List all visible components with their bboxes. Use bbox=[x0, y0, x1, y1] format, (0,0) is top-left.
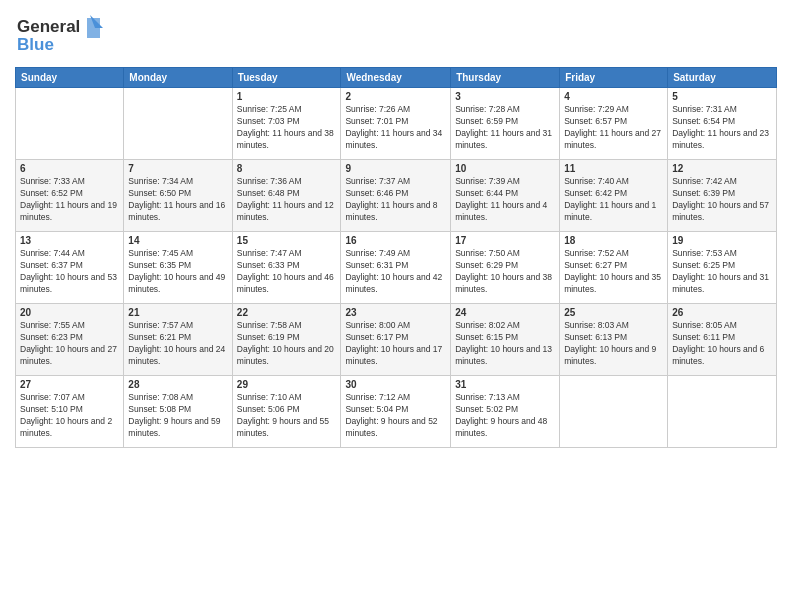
day-header-friday: Friday bbox=[560, 68, 668, 88]
day-info: Sunrise: 7:34 AM Sunset: 6:50 PM Dayligh… bbox=[128, 176, 227, 224]
calendar-cell: 2Sunrise: 7:26 AM Sunset: 7:01 PM Daylig… bbox=[341, 88, 451, 160]
day-number: 5 bbox=[672, 91, 772, 102]
calendar-cell: 20Sunrise: 7:55 AM Sunset: 6:23 PM Dayli… bbox=[16, 304, 124, 376]
day-info: Sunrise: 7:31 AM Sunset: 6:54 PM Dayligh… bbox=[672, 104, 772, 152]
calendar-cell: 8Sunrise: 7:36 AM Sunset: 6:48 PM Daylig… bbox=[232, 160, 341, 232]
week-row-4: 20Sunrise: 7:55 AM Sunset: 6:23 PM Dayli… bbox=[16, 304, 777, 376]
calendar-cell: 12Sunrise: 7:42 AM Sunset: 6:39 PM Dayli… bbox=[668, 160, 777, 232]
day-info: Sunrise: 7:39 AM Sunset: 6:44 PM Dayligh… bbox=[455, 176, 555, 224]
day-number: 17 bbox=[455, 235, 555, 246]
day-number: 23 bbox=[345, 307, 446, 318]
day-info: Sunrise: 7:36 AM Sunset: 6:48 PM Dayligh… bbox=[237, 176, 337, 224]
day-info: Sunrise: 7:37 AM Sunset: 6:46 PM Dayligh… bbox=[345, 176, 446, 224]
day-number: 11 bbox=[564, 163, 663, 174]
day-number: 29 bbox=[237, 379, 337, 390]
calendar-cell: 16Sunrise: 7:49 AM Sunset: 6:31 PM Dayli… bbox=[341, 232, 451, 304]
calendar-cell: 13Sunrise: 7:44 AM Sunset: 6:37 PM Dayli… bbox=[16, 232, 124, 304]
day-info: Sunrise: 7:58 AM Sunset: 6:19 PM Dayligh… bbox=[237, 320, 337, 368]
day-info: Sunrise: 7:07 AM Sunset: 5:10 PM Dayligh… bbox=[20, 392, 119, 440]
day-number: 31 bbox=[455, 379, 555, 390]
day-number: 26 bbox=[672, 307, 772, 318]
calendar-cell: 9Sunrise: 7:37 AM Sunset: 6:46 PM Daylig… bbox=[341, 160, 451, 232]
calendar-cell: 26Sunrise: 8:05 AM Sunset: 6:11 PM Dayli… bbox=[668, 304, 777, 376]
day-info: Sunrise: 8:05 AM Sunset: 6:11 PM Dayligh… bbox=[672, 320, 772, 368]
calendar-cell: 22Sunrise: 7:58 AM Sunset: 6:19 PM Dayli… bbox=[232, 304, 341, 376]
day-info: Sunrise: 7:33 AM Sunset: 6:52 PM Dayligh… bbox=[20, 176, 119, 224]
day-header-wednesday: Wednesday bbox=[341, 68, 451, 88]
calendar-cell: 24Sunrise: 8:02 AM Sunset: 6:15 PM Dayli… bbox=[451, 304, 560, 376]
calendar-cell: 30Sunrise: 7:12 AM Sunset: 5:04 PM Dayli… bbox=[341, 376, 451, 448]
calendar-cell: 3Sunrise: 7:28 AM Sunset: 6:59 PM Daylig… bbox=[451, 88, 560, 160]
day-info: Sunrise: 7:13 AM Sunset: 5:02 PM Dayligh… bbox=[455, 392, 555, 440]
day-info: Sunrise: 7:08 AM Sunset: 5:08 PM Dayligh… bbox=[128, 392, 227, 440]
day-info: Sunrise: 8:00 AM Sunset: 6:17 PM Dayligh… bbox=[345, 320, 446, 368]
header-row: SundayMondayTuesdayWednesdayThursdayFrid… bbox=[16, 68, 777, 88]
day-number: 22 bbox=[237, 307, 337, 318]
day-info: Sunrise: 8:03 AM Sunset: 6:13 PM Dayligh… bbox=[564, 320, 663, 368]
day-info: Sunrise: 7:45 AM Sunset: 6:35 PM Dayligh… bbox=[128, 248, 227, 296]
day-number: 4 bbox=[564, 91, 663, 102]
calendar-cell: 25Sunrise: 8:03 AM Sunset: 6:13 PM Dayli… bbox=[560, 304, 668, 376]
calendar-cell: 1Sunrise: 7:25 AM Sunset: 7:03 PM Daylig… bbox=[232, 88, 341, 160]
calendar-table: SundayMondayTuesdayWednesdayThursdayFrid… bbox=[15, 67, 777, 448]
calendar-cell: 4Sunrise: 7:29 AM Sunset: 6:57 PM Daylig… bbox=[560, 88, 668, 160]
calendar-cell: 18Sunrise: 7:52 AM Sunset: 6:27 PM Dayli… bbox=[560, 232, 668, 304]
calendar-cell: 27Sunrise: 7:07 AM Sunset: 5:10 PM Dayli… bbox=[16, 376, 124, 448]
calendar-cell: 17Sunrise: 7:50 AM Sunset: 6:29 PM Dayli… bbox=[451, 232, 560, 304]
logo: General Blue bbox=[15, 10, 110, 59]
calendar-cell: 7Sunrise: 7:34 AM Sunset: 6:50 PM Daylig… bbox=[124, 160, 232, 232]
svg-text:General: General bbox=[17, 17, 80, 36]
day-info: Sunrise: 7:10 AM Sunset: 5:06 PM Dayligh… bbox=[237, 392, 337, 440]
header: General Blue bbox=[15, 10, 777, 59]
day-info: Sunrise: 7:28 AM Sunset: 6:59 PM Dayligh… bbox=[455, 104, 555, 152]
day-number: 18 bbox=[564, 235, 663, 246]
week-row-2: 6Sunrise: 7:33 AM Sunset: 6:52 PM Daylig… bbox=[16, 160, 777, 232]
day-info: Sunrise: 7:40 AM Sunset: 6:42 PM Dayligh… bbox=[564, 176, 663, 224]
day-info: Sunrise: 7:29 AM Sunset: 6:57 PM Dayligh… bbox=[564, 104, 663, 152]
day-info: Sunrise: 7:12 AM Sunset: 5:04 PM Dayligh… bbox=[345, 392, 446, 440]
day-header-sunday: Sunday bbox=[16, 68, 124, 88]
day-info: Sunrise: 7:53 AM Sunset: 6:25 PM Dayligh… bbox=[672, 248, 772, 296]
day-info: Sunrise: 7:42 AM Sunset: 6:39 PM Dayligh… bbox=[672, 176, 772, 224]
calendar-cell: 15Sunrise: 7:47 AM Sunset: 6:33 PM Dayli… bbox=[232, 232, 341, 304]
day-number: 3 bbox=[455, 91, 555, 102]
calendar-cell: 14Sunrise: 7:45 AM Sunset: 6:35 PM Dayli… bbox=[124, 232, 232, 304]
day-number: 21 bbox=[128, 307, 227, 318]
week-row-1: 1Sunrise: 7:25 AM Sunset: 7:03 PM Daylig… bbox=[16, 88, 777, 160]
day-number: 9 bbox=[345, 163, 446, 174]
day-header-saturday: Saturday bbox=[668, 68, 777, 88]
calendar-cell: 21Sunrise: 7:57 AM Sunset: 6:21 PM Dayli… bbox=[124, 304, 232, 376]
day-info: Sunrise: 7:47 AM Sunset: 6:33 PM Dayligh… bbox=[237, 248, 337, 296]
calendar-cell: 29Sunrise: 7:10 AM Sunset: 5:06 PM Dayli… bbox=[232, 376, 341, 448]
logo-icon: General Blue bbox=[15, 10, 110, 55]
calendar-cell: 11Sunrise: 7:40 AM Sunset: 6:42 PM Dayli… bbox=[560, 160, 668, 232]
calendar-cell: 28Sunrise: 7:08 AM Sunset: 5:08 PM Dayli… bbox=[124, 376, 232, 448]
day-header-tuesday: Tuesday bbox=[232, 68, 341, 88]
day-number: 20 bbox=[20, 307, 119, 318]
calendar-cell: 31Sunrise: 7:13 AM Sunset: 5:02 PM Dayli… bbox=[451, 376, 560, 448]
day-info: Sunrise: 7:57 AM Sunset: 6:21 PM Dayligh… bbox=[128, 320, 227, 368]
day-info: Sunrise: 7:26 AM Sunset: 7:01 PM Dayligh… bbox=[345, 104, 446, 152]
calendar-cell bbox=[124, 88, 232, 160]
calendar-cell bbox=[668, 376, 777, 448]
day-number: 14 bbox=[128, 235, 227, 246]
day-number: 25 bbox=[564, 307, 663, 318]
calendar-cell: 6Sunrise: 7:33 AM Sunset: 6:52 PM Daylig… bbox=[16, 160, 124, 232]
day-info: Sunrise: 7:44 AM Sunset: 6:37 PM Dayligh… bbox=[20, 248, 119, 296]
calendar-cell bbox=[560, 376, 668, 448]
day-info: Sunrise: 7:55 AM Sunset: 6:23 PM Dayligh… bbox=[20, 320, 119, 368]
day-header-thursday: Thursday bbox=[451, 68, 560, 88]
day-number: 30 bbox=[345, 379, 446, 390]
day-number: 1 bbox=[237, 91, 337, 102]
day-number: 2 bbox=[345, 91, 446, 102]
week-row-3: 13Sunrise: 7:44 AM Sunset: 6:37 PM Dayli… bbox=[16, 232, 777, 304]
day-header-monday: Monday bbox=[124, 68, 232, 88]
day-number: 7 bbox=[128, 163, 227, 174]
day-info: Sunrise: 8:02 AM Sunset: 6:15 PM Dayligh… bbox=[455, 320, 555, 368]
day-info: Sunrise: 7:25 AM Sunset: 7:03 PM Dayligh… bbox=[237, 104, 337, 152]
calendar-cell bbox=[16, 88, 124, 160]
day-info: Sunrise: 7:52 AM Sunset: 6:27 PM Dayligh… bbox=[564, 248, 663, 296]
day-number: 27 bbox=[20, 379, 119, 390]
svg-text:Blue: Blue bbox=[17, 35, 54, 54]
day-number: 24 bbox=[455, 307, 555, 318]
